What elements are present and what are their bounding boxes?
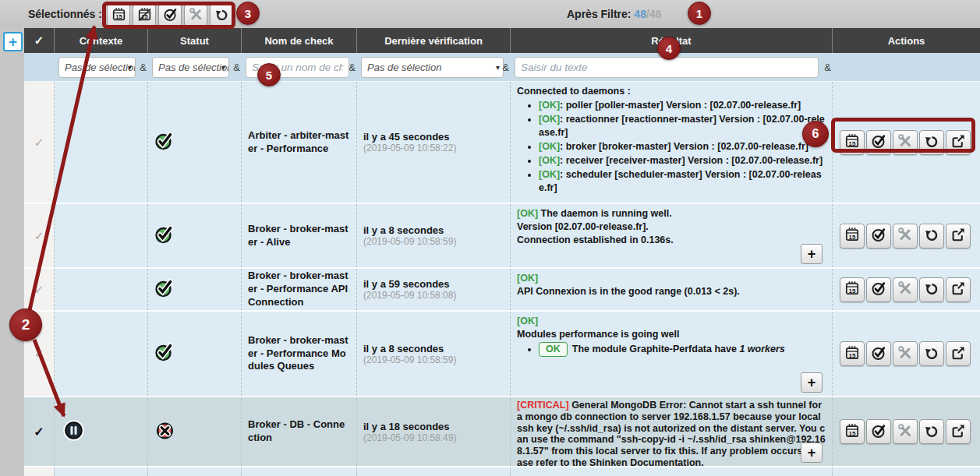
- contexte-filter-select[interactable]: Pas de sélection▾: [58, 57, 136, 78]
- result-cell: [OK] Modules performance is going well O…: [511, 312, 833, 396]
- last-check-cell: il y a 59 secondes (2019-05-09 10:58:08): [357, 269, 511, 310]
- row-select-check[interactable]: ✓: [24, 269, 55, 310]
- filter-and-separator: &: [824, 62, 831, 73]
- result-cell: Connected to daemons : [OK]: poller [pol…: [511, 82, 833, 203]
- tools-icon: [897, 423, 913, 441]
- actions-cell: [833, 204, 980, 267]
- calendar-15-crossed-icon: [137, 7, 152, 24]
- result-cell: [CRITICAL] General MongoDB Error: Cannot…: [511, 397, 833, 466]
- ok-token: [OK]: [517, 208, 538, 219]
- retry-button[interactable]: [919, 341, 944, 366]
- export-icon: [950, 345, 966, 363]
- calendar-button[interactable]: [840, 224, 865, 249]
- calendar-button[interactable]: [840, 277, 865, 302]
- check-circle-icon: [871, 280, 886, 298]
- column-header-contexte[interactable]: Contexte: [55, 28, 148, 53]
- last-check-relative: il y a 18 secondes: [363, 421, 504, 432]
- filter-row: Pas de sélection▾ & Pas de sélection▾ & …: [24, 53, 980, 82]
- acknowledge-button[interactable]: [158, 4, 182, 26]
- retry-button[interactable]: [919, 224, 944, 249]
- last-check-absolute: (2019-05-09 10:58:22): [363, 143, 504, 153]
- expand-result-button[interactable]: +: [801, 372, 823, 393]
- context-cell: [55, 467, 148, 476]
- calendar-remove-button[interactable]: [133, 4, 156, 26]
- check-circle-icon: [871, 227, 886, 245]
- calendar-button[interactable]: [840, 341, 865, 366]
- context-cell: [55, 269, 148, 310]
- expand-result-button[interactable]: +: [801, 244, 823, 264]
- export-button[interactable]: [946, 419, 971, 444]
- retry-button[interactable]: [919, 130, 944, 155]
- acknowledge-button[interactable]: [866, 277, 891, 302]
- actions-cell: [833, 82, 980, 203]
- selected-label: Sélectionnés :: [28, 8, 102, 20]
- status-cell: [148, 397, 242, 466]
- acknowledge-button[interactable]: [866, 130, 891, 155]
- last-check-absolute: (2019-05-09 10:58:59): [363, 354, 504, 365]
- statut-filter-select[interactable]: Pas de sélection▾: [152, 57, 229, 78]
- retry-button[interactable]: [919, 277, 944, 302]
- calendar-15-icon: [844, 423, 860, 441]
- row-select-check[interactable]: ✓: [24, 397, 55, 466]
- acknowledge-button[interactable]: [866, 341, 891, 366]
- annotation-marker-5: 5: [257, 63, 281, 86]
- calendar-button[interactable]: [840, 419, 865, 444]
- column-header-derniere-verification[interactable]: Dernière vérification: [357, 28, 511, 53]
- result-text: The daemon is running well.: [538, 208, 672, 219]
- check-circle-icon: [163, 7, 178, 24]
- context-cell: [55, 82, 148, 203]
- check-name: Broker - broker-master - Alive: [242, 204, 357, 267]
- export-button[interactable]: [946, 130, 971, 155]
- ok-token: [OK]: [539, 169, 560, 180]
- column-header-actions[interactable]: Actions: [833, 28, 980, 53]
- export-button[interactable]: [946, 224, 971, 249]
- calendar-button[interactable]: [840, 130, 865, 155]
- table-row: ✓ Broker - broker-master - Performance A…: [24, 269, 980, 312]
- column-header-nom-de-check[interactable]: Nom de check: [242, 28, 357, 53]
- add-filter-button[interactable]: +: [3, 32, 23, 51]
- derniere-filter-select[interactable]: Pas de sélection▾: [361, 57, 504, 78]
- check-name: Arbiter - arbiter-master - Performance: [242, 82, 357, 203]
- daemon-item: [OK]: broker [broker-master] Version : […: [539, 140, 826, 153]
- daemon-text: : reactionner [reactionner-master] Versi…: [539, 114, 825, 138]
- retry-button[interactable]: [919, 419, 944, 444]
- column-header-statut[interactable]: Statut: [148, 28, 242, 53]
- tools-button[interactable]: [893, 224, 918, 249]
- undo-icon: [924, 133, 939, 151]
- row-select-check[interactable]: ✓: [24, 82, 55, 203]
- daemon-text: : receiver [receiver-master] Version : […: [560, 155, 823, 166]
- status-ok-icon: [154, 278, 175, 301]
- module-workers: 1 workers: [739, 344, 784, 354]
- last-check-cell: [357, 467, 511, 476]
- table-row: ✓ Broker - DB - Connection il y a 18 sec…: [24, 397, 980, 467]
- check-circle-icon: [871, 345, 886, 363]
- check-name: Broker - broker-master - Performance API…: [242, 269, 357, 310]
- result-cell: [OK] The daemon is running well. Version…: [511, 204, 833, 267]
- tools-button[interactable]: [893, 130, 918, 155]
- retry-button[interactable]: [210, 4, 233, 26]
- bulk-actions-toolbar: [107, 4, 233, 26]
- statut-filter-value: Pas de sélection: [158, 62, 229, 73]
- tools-button[interactable]: [893, 419, 918, 444]
- select-all-header[interactable]: ✓: [24, 28, 55, 53]
- expand-result-button[interactable]: +: [801, 443, 823, 463]
- module-item: OKThe module Graphite-Perfdata have 1 wo…: [539, 342, 826, 357]
- tools-button[interactable]: [184, 4, 207, 26]
- acknowledge-button[interactable]: [866, 224, 891, 249]
- undo-icon: [924, 345, 939, 363]
- daemon-text: : scheduler [scheduler-master] Version :…: [539, 169, 822, 193]
- calendar-15-icon: [844, 280, 860, 298]
- status-cell: [148, 467, 242, 476]
- row-select-check[interactable]: ✓: [24, 204, 55, 267]
- tools-button[interactable]: [893, 277, 918, 302]
- derniere-filter-value: Pas de sélection: [367, 62, 441, 73]
- after-filter-count: 48: [634, 8, 646, 20]
- export-button[interactable]: [946, 341, 971, 366]
- tools-button[interactable]: [893, 341, 918, 366]
- export-button[interactable]: [946, 277, 971, 302]
- calendar-button[interactable]: [107, 4, 130, 26]
- acknowledge-button[interactable]: [866, 419, 891, 444]
- last-check-cell: il y a 8 secondes (2019-05-09 10:58:59): [357, 204, 511, 267]
- checks-table: ✓ Contexte Statut Nom de check Dernière …: [24, 28, 980, 476]
- tools-icon: [189, 7, 203, 24]
